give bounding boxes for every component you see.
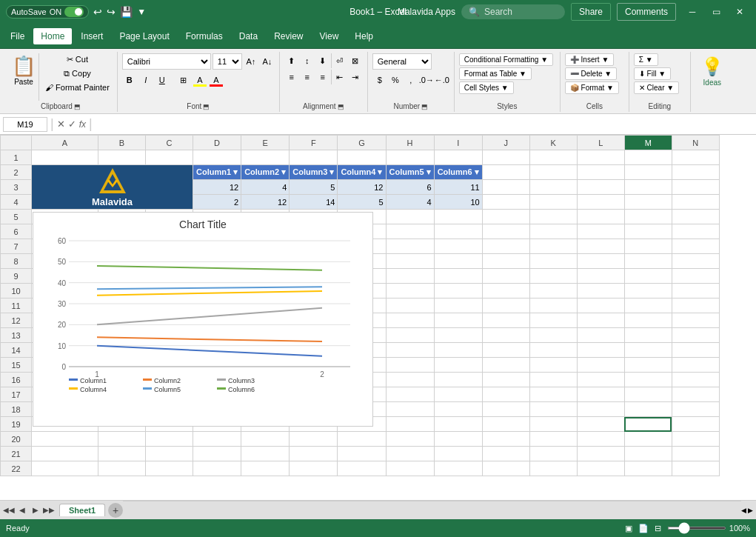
cell-I17[interactable] xyxy=(434,387,482,402)
cell-D20[interactable] xyxy=(193,432,241,447)
bold-button[interactable]: B xyxy=(122,73,137,87)
cell-L15[interactable] xyxy=(577,358,624,373)
cell-N1[interactable] xyxy=(672,150,719,165)
row-num-cell[interactable]: 21 xyxy=(1,447,32,461)
cell-G1[interactable] xyxy=(338,150,386,165)
cell-K3[interactable] xyxy=(529,180,577,195)
cell-J9[interactable] xyxy=(482,269,529,284)
alignment-label[interactable]: Alignment ⬒ xyxy=(303,101,344,110)
cell-C21[interactable] xyxy=(146,447,193,461)
cell-M14[interactable] xyxy=(624,343,672,358)
menu-file[interactable]: File xyxy=(3,28,32,44)
row-num-cell[interactable]: 2 xyxy=(1,165,32,180)
menu-page-layout[interactable]: Page Layout xyxy=(112,28,176,44)
cell-E1[interactable] xyxy=(241,150,290,165)
merge-center-button[interactable]: ⊠ xyxy=(348,53,363,68)
cell-N2[interactable] xyxy=(672,165,719,180)
cell-J14[interactable] xyxy=(482,343,529,358)
cell-H21[interactable] xyxy=(386,447,434,461)
cell-N21[interactable] xyxy=(672,447,719,461)
cell-M3[interactable] xyxy=(624,180,672,195)
cell-H15[interactable] xyxy=(386,358,434,373)
cell-D1[interactable] xyxy=(193,150,241,165)
clipboard-label[interactable]: Clipboard ⬒ xyxy=(41,101,81,110)
cell-I5[interactable] xyxy=(434,210,482,224)
formula-input[interactable] xyxy=(96,117,753,132)
cell-K4[interactable] xyxy=(529,195,577,210)
page-layout-view-button[interactable]: 📄 xyxy=(638,524,649,533)
cell-N4[interactable] xyxy=(672,195,719,210)
col-header-C[interactable]: C xyxy=(146,136,193,150)
cell-J3[interactable] xyxy=(482,180,529,195)
cell-H12[interactable] xyxy=(386,313,434,328)
col-header-E[interactable]: E xyxy=(241,136,290,150)
cell-M6[interactable] xyxy=(624,224,672,239)
cell-E21[interactable] xyxy=(241,447,290,461)
cell-I9[interactable] xyxy=(434,269,482,284)
cell-N13[interactable] xyxy=(672,328,719,343)
tab-last-button[interactable]: ▶▶ xyxy=(43,504,55,516)
row-num-cell[interactable]: 1 xyxy=(1,150,32,165)
col-header-N[interactable]: N xyxy=(672,136,719,150)
cell-M19[interactable] xyxy=(624,417,672,432)
clear-button[interactable]: ✕ Clear ▼ xyxy=(634,81,679,94)
comments-button[interactable]: Comments xyxy=(617,3,676,21)
cell-H10[interactable] xyxy=(386,284,434,298)
ideas-button[interactable]: 💡 Ideas xyxy=(695,53,729,90)
cell-L8[interactable] xyxy=(577,254,624,269)
menu-formulas[interactable]: Formulas xyxy=(178,28,230,44)
cell-H8[interactable] xyxy=(386,254,434,269)
cell-K6[interactable] xyxy=(529,224,577,239)
cell-N17[interactable] xyxy=(672,387,719,402)
menu-home[interactable]: Home xyxy=(33,28,72,44)
alignment-expand-icon[interactable]: ⬒ xyxy=(338,103,344,110)
row-num-cell[interactable]: 19 xyxy=(1,417,32,432)
cell-F1[interactable] xyxy=(290,150,338,165)
col-header-M[interactable]: M xyxy=(624,136,672,150)
row-num-cell[interactable]: 10 xyxy=(1,284,32,298)
number-format-select[interactable]: General xyxy=(372,53,432,70)
cell-I14[interactable] xyxy=(434,343,482,358)
cell-J4[interactable] xyxy=(482,195,529,210)
cell-F20[interactable] xyxy=(290,432,338,447)
row-num-cell[interactable]: 11 xyxy=(1,298,32,313)
tab-first-button[interactable]: ◀◀ xyxy=(3,504,15,516)
cell-N20[interactable] xyxy=(672,432,719,447)
cell-K20[interactable] xyxy=(529,432,577,447)
cell-I13[interactable] xyxy=(434,328,482,343)
number-expand-icon[interactable]: ⬒ xyxy=(421,103,428,110)
cell-L11[interactable] xyxy=(577,298,624,313)
cell-H7[interactable] xyxy=(386,239,434,254)
cell-B22[interactable] xyxy=(98,461,146,476)
col-header-H[interactable]: H xyxy=(386,136,434,150)
cell-D4[interactable]: 2 xyxy=(193,195,241,210)
cell-A21[interactable] xyxy=(32,447,98,461)
align-left-button[interactable]: ≡ xyxy=(284,70,299,84)
cell-K5[interactable] xyxy=(529,210,577,224)
cell-H3[interactable]: 6 xyxy=(386,180,434,195)
col-header-K[interactable]: K xyxy=(529,136,577,150)
cell-J19[interactable] xyxy=(482,417,529,432)
cell-N18[interactable] xyxy=(672,402,719,417)
cell-reference-box[interactable] xyxy=(3,117,47,132)
cell-N14[interactable] xyxy=(672,343,719,358)
cell-M1[interactable] xyxy=(624,150,672,165)
cell-J7[interactable] xyxy=(482,239,529,254)
search-input[interactable] xyxy=(484,7,543,17)
increase-decimal-button[interactable]: .0→ xyxy=(419,73,434,87)
cell-L1[interactable] xyxy=(577,150,624,165)
cell-K14[interactable] xyxy=(529,343,577,358)
cell-N11[interactable] xyxy=(672,298,719,313)
cell-J16[interactable] xyxy=(482,373,529,387)
cell-J17[interactable] xyxy=(482,387,529,402)
cell-G20[interactable] xyxy=(338,432,386,447)
row-num-cell[interactable]: 16 xyxy=(1,373,32,387)
font-size-increase-button[interactable]: A↑ xyxy=(244,54,258,69)
cell-J5[interactable] xyxy=(482,210,529,224)
cell-D2[interactable]: Column1 ▾ xyxy=(193,165,241,180)
cell-I2[interactable]: Column6 ▾ xyxy=(434,165,482,180)
cell-L21[interactable] xyxy=(577,447,624,461)
cell-L13[interactable] xyxy=(577,328,624,343)
chart-container[interactable]: Chart Title010203040506012Column1Column2… xyxy=(33,212,373,427)
row-num-cell[interactable]: 6 xyxy=(1,224,32,239)
